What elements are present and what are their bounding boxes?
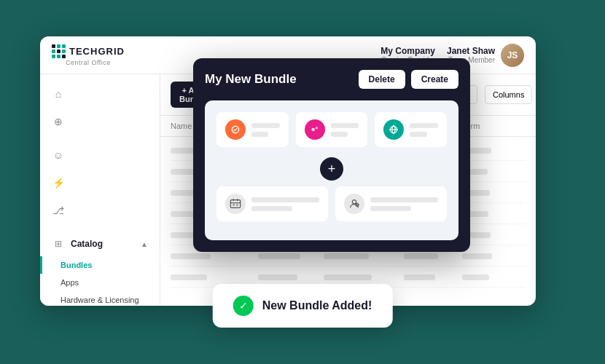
catalog-header[interactable]: ⊞ Catalog ▲: [40, 232, 160, 256]
bundle-item-line: [251, 132, 268, 137]
bundle-item-4[interactable]: [216, 186, 328, 221]
bundle-item-2-lines: [331, 123, 359, 137]
bundle-item-line: [251, 197, 319, 202]
delete-button[interactable]: Delete: [359, 70, 405, 89]
bundle-icon-4: [225, 194, 246, 214]
bundle-item-1-lines: [251, 123, 280, 137]
home-icon: ⌂: [52, 87, 65, 100]
add-more-button[interactable]: +: [320, 157, 343, 181]
toast-message: New Bundle Added!: [262, 299, 372, 312]
bundle-icon-2: [305, 119, 325, 140]
bundle-item-2[interactable]: [296, 112, 368, 147]
bundle-item-line: [251, 123, 280, 128]
bundle-item-3[interactable]: [375, 112, 447, 147]
lightning-icon: ⚡: [52, 176, 65, 189]
catalog-section: ⊞ Catalog ▲ Bundles Apps Hardware & Lice…: [40, 227, 160, 306]
chevron-up-icon: ▲: [141, 240, 148, 248]
bundle-icon-5: [344, 194, 364, 214]
bundle-item-5[interactable]: [335, 186, 447, 221]
sidebar-item-home[interactable]: ⌂: [40, 80, 160, 108]
svg-point-7: [352, 200, 356, 204]
bundle-bottom-row: [216, 186, 447, 221]
logo-text: TECHGRID: [69, 46, 125, 57]
bundle-panel: My New Bundle Delete Create: [193, 58, 470, 252]
logo: TECHGRID: [52, 44, 125, 58]
bundle-item-line: [331, 123, 359, 128]
logo-area: TECHGRID Central Office: [52, 44, 125, 66]
sidebar-item-user[interactable]: ☺: [40, 141, 160, 169]
bundle-item-line: [370, 197, 438, 202]
svg-point-2: [315, 127, 318, 130]
create-button[interactable]: Create: [411, 70, 458, 89]
bundle-grid: +: [205, 100, 458, 240]
bundle-item-4-lines: [251, 197, 319, 211]
bundle-icon-1: [225, 119, 246, 140]
user-name: Janet Shaw: [447, 46, 495, 56]
sidebar-item-bundles[interactable]: Bundles: [40, 256, 160, 274]
company-name: My Company: [380, 46, 435, 56]
sidebar-item-lightning[interactable]: ⚡: [40, 169, 160, 197]
logo-icon: [52, 44, 66, 58]
logo-sub: Central Office: [66, 59, 111, 66]
bundle-item-line: [370, 206, 411, 211]
bundle-panel-actions: Delete Create: [359, 70, 458, 89]
user-icon: ☺: [52, 149, 65, 162]
bundle-item-line: [251, 206, 292, 211]
sidebar-item-add[interactable]: ⊕: [40, 108, 160, 135]
bundle-panel-header: My New Bundle Delete Create: [205, 70, 458, 89]
bundle-item-line: [331, 132, 348, 137]
sidebar-item-apps[interactable]: Apps: [40, 274, 160, 291]
bundle-item-line: [410, 123, 438, 128]
toast-check-icon: ✓: [233, 296, 254, 316]
bundle-item-line: [410, 132, 426, 137]
plus-circle-icon: ⊕: [52, 115, 65, 128]
catalog-icon: ⊞: [52, 237, 65, 250]
svg-point-1: [311, 128, 315, 132]
bundle-top-row: [216, 112, 447, 147]
sidebar-item-share[interactable]: ⎇: [40, 197, 160, 224]
bundle-item-5-lines: [370, 197, 438, 211]
svg-rect-5: [230, 200, 240, 208]
sidebar: ⌂ ⊕ ☺ ⚡ ⎇ ⊞ Catalog: [40, 74, 160, 306]
catalog-label: Catalog: [71, 239, 103, 249]
columns-button[interactable]: Columns: [485, 85, 532, 104]
toast-notification: ✓ New Bundle Added!: [213, 284, 393, 328]
bundle-item-3-lines: [410, 123, 438, 137]
avatar: JS: [501, 44, 524, 67]
bundle-panel-title: My New Bundle: [205, 72, 297, 87]
bundle-icon-3: [383, 119, 404, 140]
bundle-item-1[interactable]: [216, 112, 289, 147]
share-icon: ⎇: [52, 204, 65, 217]
sidebar-item-hardware[interactable]: Hardware & Licensing: [40, 291, 160, 306]
